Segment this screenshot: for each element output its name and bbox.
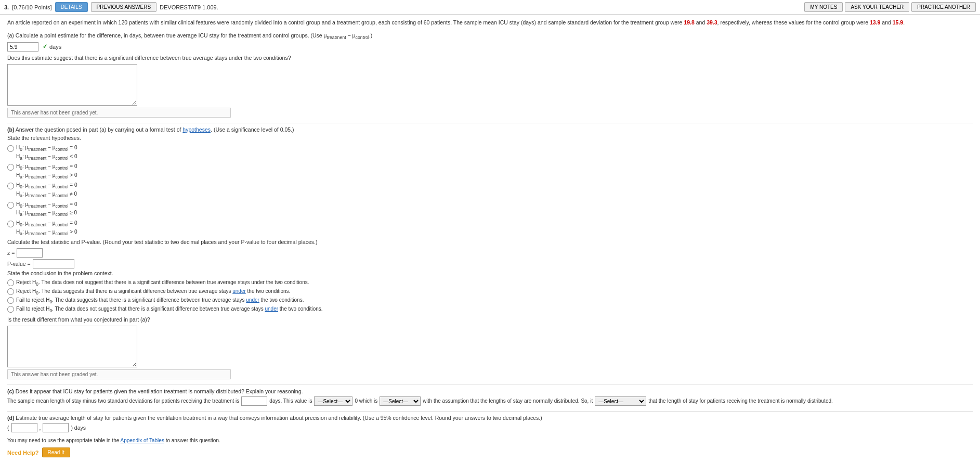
part-a-followup: Does this estimate suggest that there is…: [7, 55, 973, 61]
part-d-paren-close: ) days: [71, 425, 86, 431]
details-button[interactable]: DETAILS: [55, 2, 88, 12]
hypothesis-radio-1[interactable]: [7, 145, 14, 152]
part-a-textarea[interactable]: [7, 64, 137, 106]
conclusion-option-1[interactable]: Reject H0. The data does not suggest tha…: [7, 279, 973, 287]
conclusion-radio-3[interactable]: [7, 297, 14, 304]
part-c-inline-row: The sample mean length of stay minus two…: [7, 396, 973, 406]
conclusion-radio-2[interactable]: [7, 288, 14, 295]
appendix-note: You may need to use the appropriate tabl…: [7, 438, 973, 443]
z-stat-input[interactable]: [17, 248, 43, 258]
hypothesis-radio-4[interactable]: [7, 202, 14, 209]
pvalue-label: P-value =: [7, 261, 31, 267]
part-b-not-graded: This answer has not been graded yet.: [7, 369, 231, 379]
hypothesis-option-5[interactable]: H0: μtreatment − μcontrol = 0 Ha: μtreat…: [7, 220, 973, 237]
part-d-paren-open: (: [7, 425, 9, 431]
hypothesis-option-1[interactable]: H0: μtreatment − μcontrol = 0 Ha: μtreat…: [7, 144, 973, 161]
part-c-section: (c) Does it appear that ICU stay for pat…: [7, 388, 973, 406]
conclusion-option-2[interactable]: Reject H0. The data suggests that there …: [7, 288, 973, 296]
part-c-text-0: 0 which is: [355, 396, 377, 406]
part-a-unit: days: [49, 44, 61, 50]
hypothesis-4-text: H0: μtreatment − μcontrol = 0 Ha: μtreat…: [16, 201, 77, 218]
hypothesis-3-text: H0: μtreatment − μcontrol = 0 Ha: μtreat…: [16, 182, 77, 199]
part-b-section: (b) Answer the question posed in part (a…: [7, 126, 973, 380]
pvalue-row: P-value =: [7, 259, 973, 268]
part-c-select-3[interactable]: —Select— appears does not appear: [595, 396, 646, 406]
part-a-not-graded: This answer has not been graded yet.: [7, 108, 231, 118]
appendix-link[interactable]: Appendix of Tables: [121, 438, 164, 443]
part-d-upper-input[interactable]: [43, 423, 69, 432]
part-c-label: (c) Does it appear that ICU stay for pat…: [7, 388, 973, 394]
part-a-section: (a) Calculate a point estimate for the d…: [7, 32, 973, 118]
header-bar: 3. [0.76/10 Points] DETAILS PREVIOUS ANS…: [0, 0, 980, 15]
main-content: An article reported on an experiment in …: [0, 15, 980, 462]
calc-instructions: Calculate the test statistic and P-value…: [7, 239, 973, 245]
points-display: [0.76/10 Points]: [12, 4, 51, 10]
conclusion-label: State the conclusion in the problem cont…: [7, 270, 973, 276]
part-d-section: (d) Estimate true average length of stay…: [7, 415, 973, 432]
intro-paragraph: An article reported on an experiment in …: [7, 19, 973, 27]
hypothesis-radio-3[interactable]: [7, 183, 14, 189]
part-d-interval-row: ( , ) days: [7, 423, 973, 432]
hypothesis-5-text: H0: μtreatment − μcontrol = 0 Ha: μtreat…: [16, 220, 77, 237]
previous-answers-button[interactable]: PREVIOUS ANSWERS: [91, 2, 156, 12]
conclusion-option-4[interactable]: Fail to reject H0. The data does not sug…: [7, 306, 973, 313]
part-d-label: (d) Estimate true average length of stay…: [7, 415, 973, 421]
conclusion-text-3: Fail to reject H0. The data suggests tha…: [16, 297, 304, 304]
hypothesis-option-3[interactable]: H0: μtreatment − μcontrol = 0 Ha: μtreat…: [7, 182, 973, 199]
part-c-text-end: that the length of stay for patients rec…: [648, 396, 833, 406]
need-help-label: Need Help?: [7, 450, 39, 456]
part-c-select-1[interactable]: —Select— ≥ > < ≤: [314, 396, 352, 406]
book-reference: DEVORESTAT9 1.009.: [160, 4, 218, 10]
question-number: 3.: [4, 4, 9, 10]
check-mark: ✓: [43, 43, 47, 50]
hypothesis-option-4[interactable]: H0: μtreatment − μcontrol = 0 Ha: μtreat…: [7, 201, 973, 218]
conclusion-radio-4[interactable]: [7, 306, 14, 313]
conclusion-text-4: Fail to reject H0. The data does not sug…: [16, 306, 323, 313]
conclusion-text-1: Reject H0. The data does not suggest tha…: [16, 279, 309, 287]
part-c-select-2[interactable]: —Select— consistent inconsistent: [380, 396, 421, 406]
z-stat-row: z =: [7, 248, 973, 258]
different-result-label: Is the result different from what you co…: [7, 316, 973, 323]
state-hyp-label: State the relevant hypotheses.: [7, 135, 973, 141]
hypothesis-2-text: H0: μtreatment − μcontrol = 0 Ha: μtreat…: [16, 163, 77, 180]
hypothesis-option-2[interactable]: H0: μtreatment − μcontrol = 0 Ha: μtreat…: [7, 163, 973, 180]
hypothesis-radio-2[interactable]: [7, 164, 14, 171]
part-c-value-input[interactable]: [241, 396, 267, 406]
part-d-comma: ,: [40, 425, 41, 431]
z-label: z =: [7, 250, 15, 256]
ask-teacher-button[interactable]: ASK YOUR TEACHER: [845, 2, 909, 12]
part-a-paren: (a): [7, 32, 14, 39]
part-b-textarea[interactable]: [7, 326, 137, 367]
conclusion-option-3[interactable]: Fail to reject H0. The data suggests tha…: [7, 297, 973, 304]
conclusion-radio-1[interactable]: [7, 279, 14, 286]
hypothesis-1-text: H0: μtreatment − μcontrol = 0 Ha: μtreat…: [16, 144, 77, 161]
part-c-text-with: with the assumption that the lengths of …: [423, 396, 593, 406]
read-it-button[interactable]: Read It: [42, 447, 70, 457]
part-a-value-input[interactable]: [7, 42, 38, 52]
part-d-lower-input[interactable]: [11, 423, 37, 432]
part-c-text-before: The sample mean length of stay minus two…: [7, 396, 239, 406]
part-b-label: (b) Answer the question posed in part (a…: [7, 126, 973, 133]
hypothesis-radio-group: H0: μtreatment − μcontrol = 0 Ha: μtreat…: [7, 144, 973, 237]
need-help-section: Need Help? Read It: [7, 447, 973, 457]
part-c-text-days: days. This value is: [269, 396, 312, 406]
practice-another-button[interactable]: PRACTICE ANOTHER: [911, 2, 976, 12]
hypothesis-radio-5[interactable]: [7, 221, 14, 227]
conclusion-text-2: Reject H0. The data suggests that there …: [16, 288, 290, 296]
part-a-label: (a) Calculate a point estimate for the d…: [7, 32, 973, 40]
conclusion-radio-group: Reject H0. The data does not suggest tha…: [7, 279, 973, 313]
pvalue-input[interactable]: [33, 259, 74, 268]
my-notes-button[interactable]: MY NOTES: [804, 2, 843, 12]
